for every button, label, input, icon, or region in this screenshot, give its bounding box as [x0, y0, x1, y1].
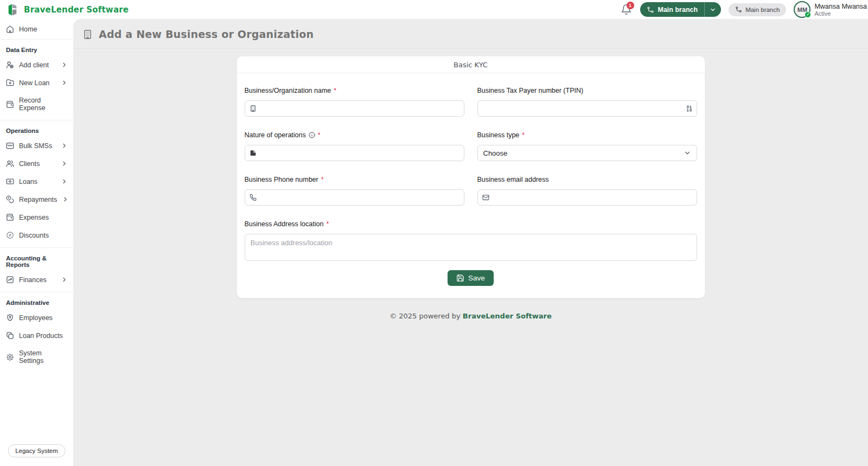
main-content: Add a New Business or Organization Basic… — [73, 19, 868, 466]
sidebar: Home Data Entry Add client New Loan — [0, 19, 73, 466]
gear-icon — [6, 353, 14, 361]
address-textarea[interactable] — [245, 234, 697, 261]
footer-brand-link[interactable]: BraveLender Software — [463, 312, 552, 320]
business-name-label: Business/Organization name — [245, 87, 331, 94]
branch-selector-main[interactable]: Main branch — [640, 6, 705, 14]
business-type-field-group: Business type * Choose — [477, 131, 697, 161]
wallet-icon — [6, 100, 14, 108]
sidebar-item-label: Repayments — [19, 196, 57, 203]
sidebar-item-label: Bulk SMSs — [19, 142, 52, 150]
products-icon — [6, 331, 14, 340]
users-icon — [6, 159, 14, 168]
sidebar-item-label: Loan Products — [19, 332, 63, 340]
business-type-select[interactable]: Choose — [477, 145, 697, 161]
chevron-right-icon — [61, 142, 68, 149]
phone-icon — [250, 194, 257, 201]
folder-plus-icon — [6, 79, 14, 87]
sidebar-item-label: Clients — [19, 160, 40, 168]
sidebar-section-data-entry: Data Entry Add client New Loan — [0, 40, 73, 120]
building-icon — [82, 29, 93, 40]
user-plus-icon — [6, 61, 14, 69]
chart-icon — [6, 276, 14, 284]
user-name: Mwansa Mwansa — [814, 3, 867, 10]
building-icon — [250, 105, 257, 112]
save-button[interactable]: Save — [448, 270, 494, 286]
notifications-button[interactable]: 1 — [621, 4, 633, 16]
binary-icon — [686, 105, 693, 112]
chevron-right-icon — [61, 276, 68, 283]
required-marker: * — [326, 220, 329, 228]
sidebar-section-operations: Operations Bulk SMSs Clients — [0, 120, 73, 248]
sidebar-item-label: Loans — [19, 178, 37, 186]
coins-icon — [6, 195, 14, 203]
sidebar-section-administrative: Administrative Employees Loan Products — [0, 292, 73, 373]
brand-logo-icon — [5, 3, 20, 17]
email-field-group: Business email address — [477, 176, 697, 206]
sidebar-item-clients[interactable]: Clients — [0, 155, 73, 173]
sidebar-item-label: System Settings — [19, 349, 68, 365]
avatar: MM ✓ — [794, 1, 810, 18]
card-title: Basic KYC — [237, 56, 705, 73]
email-input[interactable] — [477, 189, 697, 206]
sidebar-item-repayments[interactable]: Repayments — [0, 190, 73, 208]
sidebar-section-title: Operations — [0, 120, 73, 137]
sidebar-item-add-client[interactable]: Add client — [0, 56, 73, 74]
wallet-icon — [6, 213, 14, 221]
sidebar-section-title: Administrative — [0, 292, 73, 309]
sidebar-item-system-settings[interactable]: System Settings — [0, 344, 73, 369]
branch-icon — [647, 6, 654, 14]
sidebar-item-loans[interactable]: Loans — [0, 173, 73, 190]
nature-of-operations-input[interactable] — [245, 145, 464, 161]
required-marker: * — [334, 87, 336, 94]
employee-badge-icon — [6, 314, 14, 322]
sidebar-item-finances[interactable]: Finances — [0, 271, 73, 289]
sidebar-item-discounts[interactable]: Discounts — [0, 226, 73, 244]
business-type-label: Business type — [477, 131, 520, 139]
business-type-value: Choose — [483, 149, 508, 157]
branch-selector-caret[interactable] — [704, 2, 721, 17]
banknote-icon — [6, 177, 14, 186]
tpin-input[interactable] — [477, 100, 697, 117]
chevron-down-icon — [710, 7, 716, 13]
phone-input[interactable] — [245, 189, 464, 206]
info-icon[interactable] — [309, 132, 315, 138]
sidebar-item-home[interactable]: Home — [0, 19, 73, 40]
sidebar-item-label: Finances — [19, 276, 47, 284]
chevron-right-icon — [62, 196, 69, 203]
active-check-icon: ✓ — [805, 11, 811, 18]
required-marker: * — [318, 131, 321, 139]
sidebar-section-accounting: Accounting & Reports Finances — [0, 248, 73, 292]
required-marker: * — [321, 176, 324, 183]
business-name-input[interactable] — [245, 100, 464, 117]
sidebar-section-title: Data Entry — [0, 40, 73, 56]
basic-kyc-card: Basic KYC Business/Organization name * — [237, 56, 705, 298]
tpin-field-group: Business Tax Payer number (TPIN) — [477, 87, 697, 117]
home-icon — [6, 25, 14, 33]
footer-text: © 2025 powered by — [390, 312, 461, 320]
user-menu[interactable]: MM ✓ Mwansa Mwansa Active — [794, 1, 867, 18]
current-branch-label: Main branch — [745, 7, 780, 13]
sidebar-item-label: Add client — [19, 61, 49, 69]
nature-field-group: Nature of operations * — [245, 131, 464, 161]
sidebar-item-record-expense[interactable]: Record Expense — [0, 92, 73, 117]
message-icon — [6, 142, 14, 150]
branch-selector-button[interactable]: Main branch — [640, 2, 722, 17]
sidebar-item-label: Home — [19, 25, 37, 33]
sidebar-item-label: Discounts — [19, 232, 49, 239]
tpin-label: Business Tax Payer number (TPIN) — [477, 87, 584, 94]
sidebar-item-employees[interactable]: Employees — [0, 309, 73, 327]
top-header: BraveLender Software 1 Main branch — [0, 0, 868, 19]
mail-icon — [482, 194, 489, 201]
sidebar-item-loan-products[interactable]: Loan Products — [0, 327, 73, 344]
sidebar-item-label: Record Expense — [19, 97, 68, 112]
footer: © 2025 powered by BraveLender Software — [73, 312, 868, 320]
branch-icon — [735, 6, 742, 13]
sidebar-item-new-loan[interactable]: New Loan — [0, 74, 73, 92]
sidebar-item-expenses[interactable]: Expenses — [0, 208, 73, 226]
current-branch-pill[interactable]: Main branch — [729, 3, 786, 16]
address-label: Business Address location — [245, 220, 324, 228]
sidebar-item-bulk-smss[interactable]: Bulk SMSs — [0, 137, 73, 155]
sidebar-section-title: Accounting & Reports — [0, 248, 73, 271]
user-status: Active — [814, 10, 867, 17]
legacy-system-button[interactable]: Legacy System — [8, 444, 66, 457]
